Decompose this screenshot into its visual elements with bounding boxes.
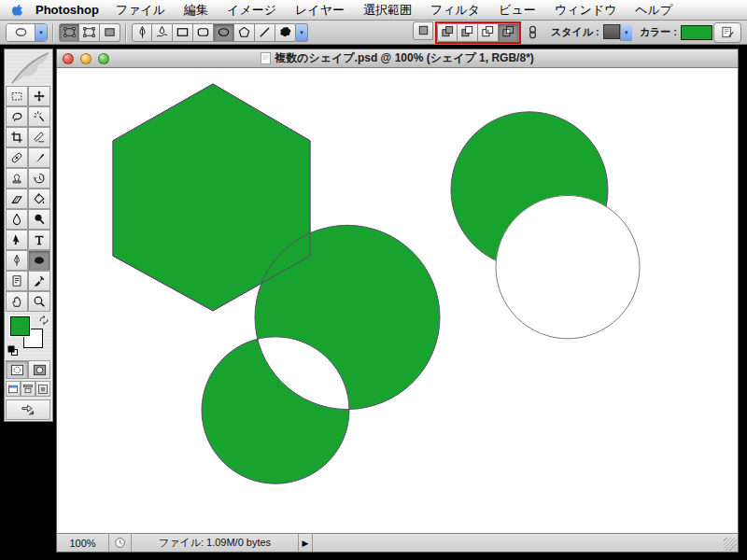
desktop: 複数のシェイプ.psd @ 100% (シェイプ 1, RGB/8*) 100%…: [0, 45, 747, 560]
menu-item[interactable]: ウィンドウ: [555, 2, 617, 19]
file-info-field[interactable]: ファイル: 1.09M/0 bytes: [132, 534, 298, 552]
shapetool-rectangle-button[interactable]: [173, 23, 193, 42]
tool-dodge-button[interactable]: [28, 209, 50, 230]
link-styles-button[interactable]: [525, 24, 540, 41]
shapetool-ellipse-button[interactable]: [214, 23, 234, 42]
foreground-color-swatch[interactable]: [10, 316, 30, 336]
tool-preset-dropdown[interactable]: ▼: [35, 24, 47, 41]
canvas[interactable]: [57, 68, 738, 533]
tool-eraser-button[interactable]: [6, 189, 28, 209]
shapetool-pen-button[interactable]: [132, 23, 152, 42]
tool-path-selection-button[interactable]: [6, 230, 28, 250]
tool-preset-picker[interactable]: ▼: [6, 23, 48, 42]
shape-tool-options-dropdown[interactable]: ▼: [296, 23, 308, 42]
combine-subtract-from-shape-area-button[interactable]: [458, 23, 478, 42]
shapetool-line-button[interactable]: [255, 23, 275, 42]
tool-hand-button[interactable]: [6, 291, 28, 312]
swap-colors-icon[interactable]: [38, 315, 49, 326]
tutorial-highlight-box: [435, 21, 521, 44]
tool-crop-button[interactable]: [6, 127, 28, 147]
quick-mask-mode-button[interactable]: [28, 360, 50, 379]
style-swatch[interactable]: [603, 24, 620, 39]
tool-slice-button[interactable]: [28, 127, 50, 147]
tool-magic-wand-button[interactable]: [28, 106, 50, 127]
tool-notes-button[interactable]: [6, 271, 28, 291]
brush-icon: [33, 151, 46, 164]
tool-lasso-button[interactable]: [6, 106, 28, 127]
title-bar[interactable]: 複数のシェイプ.psd @ 100% (シェイプ 1, RGB/8*): [57, 49, 738, 68]
close-button[interactable]: [63, 53, 74, 64]
history-brush-icon: [33, 172, 46, 185]
chain-link-icon: [526, 25, 540, 39]
shape-color-swatch[interactable]: [681, 25, 712, 40]
tool-rectangular-marquee-button[interactable]: [6, 86, 28, 106]
status-popup-button[interactable]: ▶: [298, 534, 313, 552]
default-colors-icon[interactable]: [7, 345, 19, 357]
combine-intersect-shape-areas-button[interactable]: [478, 23, 499, 42]
screen-mode-row: [6, 381, 51, 397]
tool-clone-stamp-button[interactable]: [6, 168, 28, 189]
file-browser-button[interactable]: [713, 22, 741, 43]
clock-icon: [114, 537, 126, 549]
tool-blur-button[interactable]: [6, 209, 28, 230]
mode-fill-pixels-button[interactable]: [100, 23, 120, 42]
combine-add-to-shape-area-button[interactable]: [437, 23, 458, 42]
mode-paths-button[interactable]: [79, 23, 100, 42]
tool-shape-button[interactable]: [28, 250, 50, 271]
tool-move-button[interactable]: [28, 86, 50, 106]
tool-eyedropper-button[interactable]: [28, 271, 50, 291]
minimize-button[interactable]: [80, 53, 92, 64]
tool-history-brush-button[interactable]: [28, 168, 50, 189]
menu-item[interactable]: ファイル: [116, 2, 165, 19]
apple-menu[interactable]: [7, 2, 26, 19]
menu-item[interactable]: フィルタ: [430, 2, 480, 19]
standard-mode-button[interactable]: [6, 360, 28, 379]
zoom-level-field[interactable]: 100%: [57, 534, 109, 552]
magic-wand-icon: [33, 110, 46, 123]
menu-app-title[interactable]: Photoshop: [35, 3, 99, 17]
combine-exclude-overlapping-shape-areas-button[interactable]: [499, 23, 519, 42]
tool-zoom-button[interactable]: [28, 291, 50, 312]
photoshop-feather-logo[interactable]: [6, 50, 51, 86]
shapetool-freeform-pen-button[interactable]: [152, 23, 173, 42]
edit-in-imageready-button[interactable]: [6, 399, 50, 420]
canvas-svg: [57, 68, 738, 533]
menu-bar: Photoshop ファイル編集イメージレイヤー選択範囲フィルタビューウィンドウ…: [0, 0, 747, 21]
menu-item[interactable]: ビュー: [499, 2, 536, 19]
menu-item[interactable]: 選択範囲: [363, 2, 412, 19]
freeform-pen-icon: [155, 25, 169, 39]
healing-brush-icon: [10, 151, 23, 164]
color-area: [6, 314, 51, 358]
style-dropdown[interactable]: ▼: [620, 24, 632, 41]
mode-shape-layers-button[interactable]: [59, 23, 79, 42]
exclude-overlapping-shape-areas-icon: [501, 25, 515, 39]
ellipse-preset-icon: [14, 25, 28, 39]
feather-icon: [7, 50, 51, 86]
shapetool-rounded-rectangle-button[interactable]: [193, 23, 214, 42]
shapetool-custom-shape-button[interactable]: [275, 23, 296, 42]
color-label: カラー :: [640, 25, 677, 39]
shapetool-polygon-button[interactable]: [234, 23, 255, 42]
fill-pixels-icon: [103, 25, 117, 39]
zoom-window-button[interactable]: [98, 53, 109, 64]
menu-item[interactable]: イメージ: [227, 2, 276, 19]
tool-pen-button[interactable]: [6, 250, 28, 271]
menu-item[interactable]: レイヤー: [295, 2, 345, 19]
timing-button[interactable]: [109, 534, 132, 552]
tool-type-button[interactable]: [28, 230, 50, 250]
paint-bucket-icon: [33, 192, 46, 205]
tool-healing-brush-button[interactable]: [6, 147, 28, 168]
fullscreen-button[interactable]: [35, 381, 50, 397]
standard-screen-button[interactable]: [6, 381, 21, 397]
pen-icon: [135, 25, 149, 39]
style-picker[interactable]: ▼: [603, 24, 632, 41]
combine-new-shape-layer-button[interactable]: [413, 21, 433, 40]
tool-brush-button[interactable]: [28, 147, 50, 168]
resize-grip[interactable]: [724, 538, 737, 551]
menu-item[interactable]: ヘルプ: [635, 2, 672, 19]
shape-tool-group: [132, 23, 296, 42]
menu-item[interactable]: 編集: [184, 2, 208, 19]
tool-paint-bucket-button[interactable]: [28, 189, 50, 209]
fullscreen-menu-button[interactable]: [21, 381, 35, 397]
pen-icon: [10, 254, 23, 267]
